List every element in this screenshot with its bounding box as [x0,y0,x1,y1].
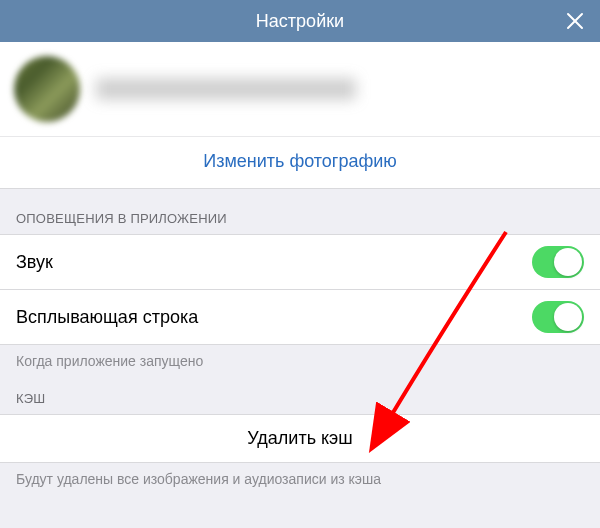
close-button[interactable] [564,10,586,32]
popup-label: Всплывающая строка [16,307,198,328]
page-title: Настройки [256,11,344,32]
popup-row[interactable]: Всплывающая строка [0,290,600,345]
profile-name [96,78,356,100]
sound-toggle[interactable] [532,246,584,278]
cache-header: КЭШ [0,369,600,414]
clear-cache-button[interactable]: Удалить кэш [0,414,600,463]
change-photo-button[interactable]: Изменить фотографию [0,136,600,188]
profile-section: Изменить фотографию [0,42,600,189]
cache-footer: Будут удалены все изображения и аудиозап… [0,463,600,487]
avatar [14,56,80,122]
toggle-knob [554,248,582,276]
notifications-header: ОПОВЕЩЕНИЯ В ПРИЛОЖЕНИИ [0,189,600,234]
header-bar: Настройки [0,0,600,42]
popup-toggle[interactable] [532,301,584,333]
sound-row[interactable]: Звук [0,234,600,290]
sound-label: Звук [16,252,53,273]
toggle-knob [554,303,582,331]
profile-row[interactable] [0,42,600,136]
close-icon [564,10,586,32]
notifications-footer: Когда приложение запущено [0,345,600,369]
